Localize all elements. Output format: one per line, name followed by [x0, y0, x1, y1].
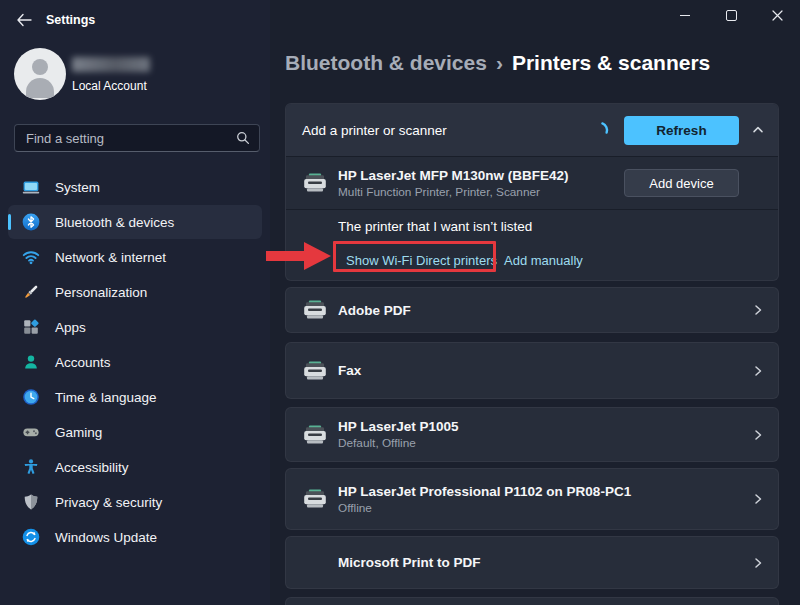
breadcrumb: Bluetooth & devices›Printers & scanners: [285, 51, 710, 75]
close-button[interactable]: [754, 0, 800, 31]
search-icon: [236, 131, 250, 145]
printer-name: Fax: [338, 363, 742, 378]
chevron-right-icon: [752, 429, 764, 441]
annotation-arrow-icon: [304, 242, 331, 270]
refresh-button[interactable]: Refresh: [624, 116, 739, 145]
back-button[interactable]: [10, 8, 38, 32]
printer-row-ms-print-to-pdf[interactable]: Microsoft Print to PDF: [285, 536, 779, 589]
chevron-right-icon: [752, 557, 764, 569]
account-name-redacted: [72, 57, 150, 72]
printer-icon: [302, 300, 328, 320]
wifi-icon: [22, 248, 40, 266]
printer-name: HP LaserJet P1005: [338, 419, 742, 434]
loading-spinner-icon: [590, 120, 610, 140]
window-title: Settings: [46, 13, 95, 27]
apps-icon: [22, 318, 40, 336]
close-icon: [772, 10, 783, 21]
sidebar-item-apps[interactable]: Apps: [8, 310, 262, 344]
device-name: HP LaserJet MFP M130nw (BBFE42): [338, 168, 624, 183]
printer-icon: [302, 361, 328, 381]
breadcrumb-parent[interactable]: Bluetooth & devices: [285, 51, 487, 74]
printer-not-listed-label: The printer that I want isn’t listed: [338, 219, 532, 234]
gamepad-icon: [22, 423, 40, 441]
sidebar-item-accounts[interactable]: Accounts: [8, 345, 262, 379]
sidebar: Local Account System Bluetooth & devices: [0, 0, 270, 605]
person-icon: [22, 353, 40, 371]
printer-status: Offline: [338, 501, 742, 515]
search-input[interactable]: [26, 131, 236, 146]
add-printer-header-row: Add a printer or scanner Refresh: [286, 104, 778, 156]
chevron-right-icon: [752, 493, 764, 505]
search-box[interactable]: [14, 124, 260, 152]
avatar[interactable]: [14, 48, 66, 100]
printer-name: HP LaserJet Professional P1102 on PR08-P…: [338, 484, 742, 499]
sidebar-item-bluetooth-devices[interactable]: Bluetooth & devices: [8, 205, 262, 239]
sidebar-nav: System Bluetooth & devices Network & int…: [8, 170, 262, 555]
shield-icon: [22, 493, 40, 511]
printer-icon: [302, 425, 328, 445]
account-type-label: Local Account: [72, 79, 147, 93]
printer-status: Default, Offline: [338, 436, 742, 450]
chevron-up-icon[interactable]: [752, 124, 764, 136]
annotation-arrow-shaft: [266, 251, 308, 261]
maximize-button[interactable]: [708, 0, 754, 31]
sidebar-item-network-internet[interactable]: Network & internet: [8, 240, 262, 274]
printer-icon: [302, 173, 328, 193]
device-description: Multi Function Printer, Printer, Scanner: [338, 185, 624, 199]
window-controls: [662, 0, 800, 31]
settings-window: Bluetooth & devices›Printers & scanners …: [0, 0, 800, 605]
system-icon: [22, 178, 40, 196]
discovered-device-row: HP LaserJet MFP M130nw (BBFE42) Multi Fu…: [286, 156, 778, 209]
bluetooth-icon: [22, 213, 40, 231]
add-printer-label: Add a printer or scanner: [302, 123, 590, 138]
page-title: Printers & scanners: [512, 51, 710, 74]
accessibility-person-icon: [22, 458, 40, 476]
clock-icon: [22, 388, 40, 406]
sidebar-item-gaming[interactable]: Gaming: [8, 415, 262, 449]
breadcrumb-separator-icon: ›: [496, 51, 503, 74]
chevron-right-icon: [752, 365, 764, 377]
minimize-icon: [680, 15, 690, 16]
printer-name: Adobe PDF: [338, 303, 742, 318]
printer-row-hp-p1102[interactable]: HP LaserJet Professional P1102 on PR08-P…: [285, 468, 779, 530]
minimize-button[interactable]: [662, 0, 708, 31]
add-manually-link[interactable]: Add manually: [504, 253, 583, 268]
sidebar-item-personalization[interactable]: Personalization: [8, 275, 262, 309]
printer-row-adobe-pdf[interactable]: Adobe PDF: [285, 287, 779, 333]
printer-row-hp-p1005[interactable]: HP LaserJet P1005Default, Offline: [285, 407, 779, 462]
add-device-button[interactable]: Add device: [624, 169, 739, 197]
printer-row-fax[interactable]: Fax: [285, 342, 779, 399]
sidebar-item-accessibility[interactable]: Accessibility: [8, 450, 262, 484]
update-refresh-icon: [22, 528, 40, 546]
sidebar-item-windows-update[interactable]: Windows Update: [8, 520, 262, 554]
maximize-icon: [726, 10, 737, 21]
printer-not-listed-row: The printer that I want isn’t listed Sho…: [286, 209, 778, 281]
printer-row-partial[interactable]: [285, 597, 779, 605]
paintbrush-icon: [22, 283, 40, 301]
printer-icon: [302, 489, 328, 509]
sidebar-item-privacy-security[interactable]: Privacy & security: [8, 485, 262, 519]
sidebar-item-time-language[interactable]: Time & language: [8, 380, 262, 414]
printer-name: Microsoft Print to PDF: [338, 555, 742, 570]
annotation-highlight-box: [333, 241, 496, 272]
main-pane: Bluetooth & devices›Printers & scanners …: [270, 0, 800, 605]
chevron-right-icon: [752, 304, 764, 316]
sidebar-item-system[interactable]: System: [8, 170, 262, 204]
add-printer-expander-card: Add a printer or scanner Refresh: [285, 103, 779, 281]
